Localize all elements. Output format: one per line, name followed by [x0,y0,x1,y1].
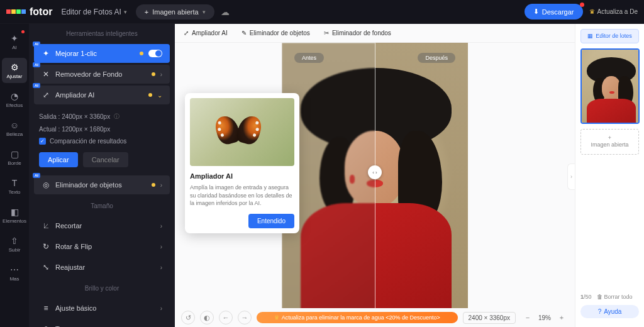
plus-icon: + [584,135,636,142]
before-label: Antes [294,53,324,63]
effects-icon: ◔ [11,91,18,101]
after-label: Después [418,53,455,63]
apply-button[interactable]: Aplicar [39,152,78,167]
chevron-right-icon: › [160,264,162,271]
ai-badge: AI [33,62,40,67]
tool-tone[interactable]: ◐Tono› [34,319,170,327]
image-thumbnail[interactable] [580,48,640,124]
editor-type-label: Editor de Fotos AI [61,8,121,16]
border-icon: ▢ [11,149,19,159]
cancel-button[interactable]: Cancelar [83,152,128,167]
premium-dot [148,93,152,97]
canvas-bottom-bar: ↺ ◐ ← → ♛Actualiza para eliminar la marc… [175,308,575,327]
batch-editor-button[interactable]: ▦ Editor de lotes [580,29,639,43]
premium-dot [152,183,155,187]
tool-rotate[interactable]: ↻Rotar & Flip› [34,237,170,256]
plus-icon: + [145,8,148,16]
eraser-icon: ✕ [42,70,50,79]
object-remove-icon: ✎ [242,30,247,36]
chevron-right-icon: › [160,305,162,312]
zoom-in-button[interactable]: + [555,311,569,324]
download-icon: ⬇ [533,8,539,16]
chevron-right-icon: › [160,223,162,230]
dimensions-display[interactable]: 2400 × 3360px [463,312,516,324]
rail-item-more[interactable]: ⋯Mas [2,260,27,285]
upscale-icon: ⤢ [184,30,189,36]
editor-type-dropdown[interactable]: Editor de Fotos AI ▾ [61,8,126,16]
compare-checkbox[interactable]: ✓ [39,138,46,145]
more-icon: ⋯ [10,265,19,275]
rail-item-border[interactable]: ▢Borde [2,145,27,170]
face-icon: ☺ [10,120,19,130]
cloud-sync-icon[interactable]: ☁ [221,7,230,17]
chevron-right-icon: › [160,243,162,250]
right-panel-collapse[interactable]: › [567,164,575,190]
tool-resize[interactable]: ⤡Reajustar› [34,258,170,277]
tools-panel: Herramientas inteligentes AI ✦ Mejorar 1… [29,24,175,327]
zoom-controls: − 19% + [521,311,569,324]
ai-badge: AI [33,83,40,88]
tool-object-remover[interactable]: AI ◎ Eliminador de objetos › [34,175,170,194]
premium-dot [152,72,155,76]
sparkle-icon: ✦ [11,33,18,43]
rail-item-elements[interactable]: ◧Elementos [2,202,27,228]
history-icon[interactable]: ↺ [181,311,195,324]
undo-button[interactable]: ← [219,311,233,324]
help-icon: ? [598,308,602,315]
crop-icon: ⟀ [42,221,50,230]
open-image-label: Imagen abierta [152,8,198,16]
compare-label: Comparación de resultados [50,138,126,145]
enhance-toggle[interactable] [148,50,162,57]
rail-item-ai[interactable]: ✦AI [2,29,27,54]
tool-basic-adjust[interactable]: ≡Ajuste básico› [34,299,170,318]
zoom-value: 19% [538,314,551,321]
logo-icon [6,9,26,14]
rail-item-effects[interactable]: ◔Efectos [2,87,27,112]
upgrade-label: Actualiza a De [597,8,638,15]
batch-icon: ▦ [587,33,593,40]
sliders-icon: ⚙ [11,62,19,72]
tool-enhance-1click[interactable]: AI ✦ Mejorar 1-clic [34,44,170,63]
upgrade-watermark-pill[interactable]: ♛Actualiza para eliminar la marca de agu… [257,312,458,323]
scissors-icon: ✂ [324,30,329,36]
zoom-out-button[interactable]: − [521,311,535,324]
compare-icon[interactable]: ◐ [200,311,214,324]
canvas-toolbar: ⤢Ampliador AI ✎Eliminador de objetos ✂El… [175,24,575,43]
download-button[interactable]: ⬇ Descargar [525,4,583,19]
info-icon[interactable]: ⓘ [114,113,119,121]
rail-item-upload[interactable]: ⇧Subir [2,231,27,257]
trash-icon: 🗑 [597,294,602,300]
popup-description: Amplía la imagen de entrada y asegura su… [190,184,294,208]
download-label: Descargar [542,8,574,16]
upscaler-subpanel: Salida : 2400px × 3360pxⓘ Actual : 1200p… [29,106,175,174]
ai-badge: AI [33,173,40,178]
popup-preview-image [190,98,294,166]
rail-item-adjust[interactable]: ⚙Ajustar [2,58,27,83]
page-total: /50 [584,294,592,300]
chevron-down-icon: ⌄ [157,92,162,99]
toolbar-bg-remover[interactable]: ✂Eliminador de fondos [324,30,391,36]
help-button[interactable]: ?Ayuda [580,305,639,318]
redo-button[interactable]: → [238,311,252,324]
upgrade-link[interactable]: ♛ Actualiza a De [589,8,638,15]
toolbar-upscaler[interactable]: ⤢Ampliador AI [184,30,228,36]
add-image-button[interactable]: + Imagen abierta [580,129,639,155]
rail-item-text[interactable]: TTexto [2,174,27,199]
comparison-slider-handle[interactable]: ‹ › [368,165,382,179]
left-rail: ✦AI ⚙Ajustar ◔Efectos ☺Belleza ▢Borde TT… [0,24,29,327]
tool-crop[interactable]: ⟀Recortar› [34,216,170,235]
ai-badge: AI [33,42,40,47]
popup-title: Ampliador AI [190,172,294,180]
sliders-icon: ≡ [42,304,50,313]
elements-icon: ◧ [11,207,19,217]
open-image-button[interactable]: + Imagen abierta ▾ [136,4,214,19]
tool-bg-remover[interactable]: AI ✕ Removedor de Fondo › [34,65,170,84]
actual-size-text: Actual : 1200px × 1680px [39,126,110,133]
rail-item-beauty[interactable]: ☺Belleza [2,116,27,141]
brand-logo[interactable]: fotor [6,6,52,18]
clear-all-button[interactable]: 🗑Borrar todo [597,294,633,300]
toolbar-obj-remover[interactable]: ✎Eliminador de objetos [242,30,310,36]
object-remove-icon: ◎ [42,180,50,189]
tool-ai-upscaler[interactable]: AI ⤢ Ampliador AI ⌄ [34,86,170,104]
popup-ok-button[interactable]: Entendido [248,214,294,228]
